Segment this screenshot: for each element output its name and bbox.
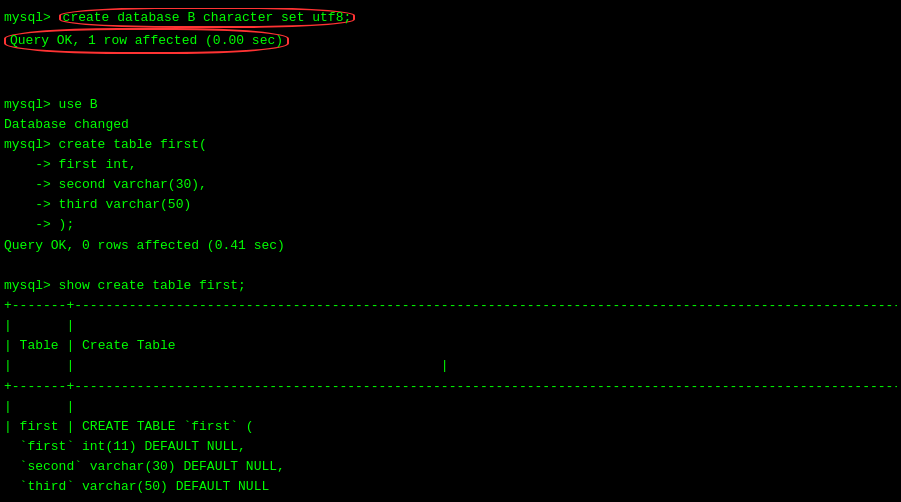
- output-create-db: Query OK, 1 row affected (0.00 sec): [4, 28, 897, 54]
- terminal-window: mysql> create database B character set u…: [4, 8, 897, 494]
- table-data-row2: `first` int(11) DEFAULT NULL,: [4, 437, 897, 457]
- cmd-create-db: mysql> create database B character set u…: [4, 8, 897, 28]
- table-header-row: | Table | Create Table |: [4, 336, 897, 356]
- cmd-end-create: -> );: [4, 215, 897, 235]
- output-create-table: Query OK, 0 rows affected (0.41 sec): [4, 236, 897, 256]
- cmd-col-third: -> third varchar(50): [4, 195, 897, 215]
- table-row-spacer3: | | |: [4, 397, 897, 417]
- cmd-show-create: mysql> show create table first;: [4, 276, 897, 296]
- blank-1: [4, 54, 897, 74]
- cmd-col-second: -> second varchar(30),: [4, 175, 897, 195]
- cmd-create-table: mysql> create table first(: [4, 135, 897, 155]
- table-data-row1: | first | CREATE TABLE `first` (: [4, 417, 897, 437]
- table-border-top: +-------+-------------------------------…: [4, 296, 897, 316]
- cmd-col-first: -> first int,: [4, 155, 897, 175]
- output-db-changed: Database changed: [4, 115, 897, 135]
- table-border-mid: +-------+-------------------------------…: [4, 377, 897, 397]
- table-row-spacer2: | | |: [4, 356, 897, 376]
- blank-2: [4, 74, 897, 94]
- blank-3: [4, 256, 897, 276]
- cmd-use-b: mysql> use B: [4, 95, 897, 115]
- col-first-value: first: [20, 419, 59, 434]
- table-row-spacer1: | | |: [4, 316, 897, 336]
- col-table-label: Table: [20, 338, 59, 353]
- table-data-row4: `third` varchar(50) DEFAULT NULL: [4, 477, 897, 494]
- table-data-row3: `second` varchar(30) DEFAULT NULL,: [4, 457, 897, 477]
